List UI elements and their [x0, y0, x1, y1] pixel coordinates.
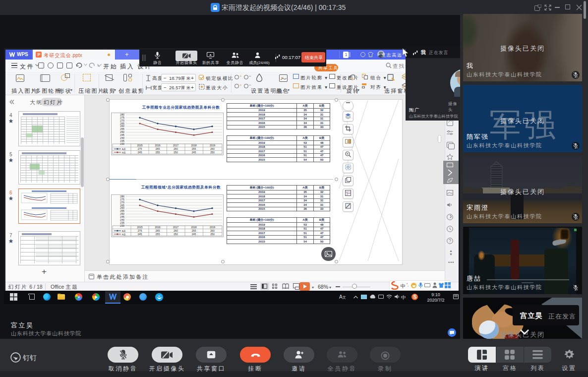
svg-text:2017: 2017 [173, 144, 178, 147]
svg-text:230: 230 [120, 142, 124, 145]
svg-text:2016: 2016 [155, 226, 160, 229]
svg-text:A类: A类 [122, 148, 126, 150]
svg-text:275: 275 [138, 229, 142, 232]
svg-text:255: 255 [156, 151, 160, 154]
svg-text:275: 275 [138, 147, 142, 150]
svg-text:250: 250 [210, 151, 215, 154]
svg-text:255: 255 [192, 229, 196, 232]
svg-text:2016: 2016 [155, 144, 160, 147]
svg-text:260: 260 [174, 147, 178, 150]
svg-text:250: 250 [174, 233, 178, 236]
svg-text:2018: 2018 [191, 144, 196, 147]
svg-text:230: 230 [120, 224, 124, 227]
svg-text:245: 245 [192, 151, 196, 154]
svg-text:2015: 2015 [137, 226, 142, 229]
svg-text:A类: A类 [122, 230, 126, 232]
svg-text:B类: B类 [122, 151, 126, 154]
svg-text:265: 265 [156, 229, 160, 232]
svg-text:260: 260 [210, 147, 215, 150]
svg-text:255: 255 [192, 147, 196, 150]
svg-text:245: 245 [192, 233, 196, 236]
svg-text:245: 245 [138, 151, 142, 154]
svg-text:260: 260 [210, 229, 215, 232]
svg-text:2019: 2019 [210, 226, 215, 229]
svg-text:B类: B类 [122, 233, 126, 236]
svg-text:2019: 2019 [210, 144, 215, 147]
svg-text:265: 265 [156, 147, 160, 150]
svg-text:245: 245 [138, 233, 142, 236]
svg-text:2015: 2015 [137, 144, 142, 147]
svg-text:260: 260 [174, 229, 178, 232]
svg-text:255: 255 [156, 233, 160, 236]
svg-text:2017: 2017 [173, 226, 178, 229]
svg-text:250: 250 [210, 233, 215, 236]
svg-text:2018: 2018 [191, 226, 196, 229]
svg-text:250: 250 [174, 151, 178, 154]
